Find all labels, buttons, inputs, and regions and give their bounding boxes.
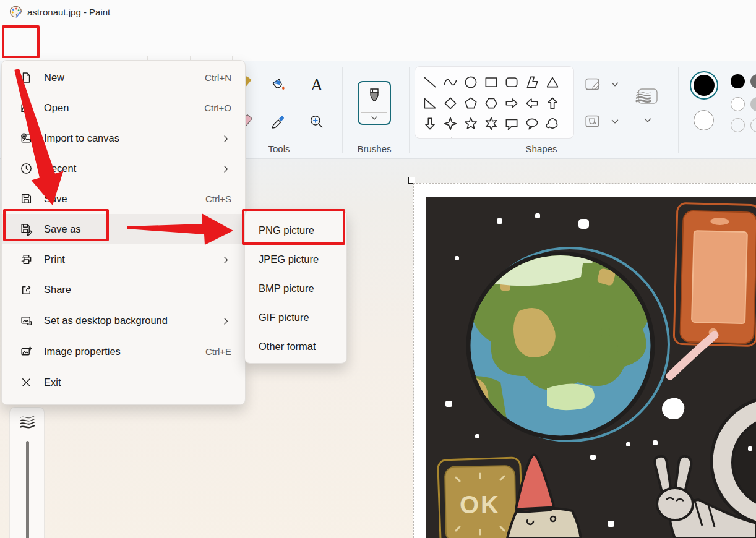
- menu-item-print[interactable]: Print: [2, 244, 245, 275]
- menu-item-open[interactable]: Open Ctrl+O: [2, 93, 245, 123]
- ok-text: OK: [460, 491, 500, 518]
- submenu-item-png[interactable]: PNG picture: [245, 216, 346, 245]
- palette-swatch-white[interactable]: [731, 97, 745, 111]
- menu-item-label: Print: [44, 254, 65, 265]
- palette-swatch-empty[interactable]: [750, 118, 756, 132]
- menu-item-new[interactable]: New Ctrl+N: [2, 62, 245, 93]
- shape-fill-icon[interactable]: [584, 113, 601, 130]
- submenu-item-other-format[interactable]: Other format: [245, 332, 346, 361]
- ribbon-separator: [342, 67, 343, 153]
- color1-swatch[interactable]: [690, 71, 718, 100]
- canvas[interactable]: OK: [413, 183, 756, 538]
- menu-item-label: Share: [44, 284, 71, 296]
- color1-value: [694, 75, 715, 96]
- chevron-right-icon: [223, 225, 229, 233]
- menu-item-label: Open: [44, 102, 69, 114]
- shape-hexagon-icon[interactable]: [483, 95, 499, 111]
- shape-arrow-up-icon[interactable]: [544, 95, 561, 111]
- chevron-down-icon[interactable]: [643, 117, 652, 123]
- shape-triangle-icon[interactable]: [544, 74, 561, 90]
- open-folder-icon: [19, 101, 33, 115]
- close-icon: [19, 376, 33, 390]
- submenu-item-bmp[interactable]: BMP picture: [245, 274, 346, 303]
- menu-item-label: New: [44, 72, 64, 83]
- submenu-item-jpeg[interactable]: JPEG picture: [245, 245, 346, 274]
- menu-item-set-as-desktop-background[interactable]: Set as desktop background: [2, 305, 245, 336]
- menu-item-import-to-canvas[interactable]: Import to canvas: [2, 123, 245, 153]
- submenu-item-gif[interactable]: GIF picture: [245, 303, 346, 332]
- shape-arrow-left-icon[interactable]: [524, 95, 540, 111]
- shape-thought-cloud-icon[interactable]: [544, 116, 561, 132]
- menu-item-image-properties[interactable]: Image properties Ctrl+E: [2, 336, 245, 367]
- palette-swatch-gray[interactable]: [750, 74, 756, 88]
- share-icon: [19, 283, 33, 297]
- menu-item-label: Image properties: [44, 346, 121, 357]
- shape-five-point-star-icon[interactable]: [463, 116, 479, 132]
- image-properties-icon: [19, 345, 33, 359]
- menu-item-exit[interactable]: Exit: [2, 367, 245, 398]
- palette-swatch-empty[interactable]: [731, 118, 745, 132]
- menu-item-save-as[interactable]: Save as: [2, 214, 245, 244]
- size-icon[interactable]: [635, 87, 659, 106]
- chevron-down-icon[interactable]: [611, 82, 619, 87]
- shape-right-triangle-icon[interactable]: [422, 95, 438, 111]
- shape-line-icon[interactable]: [422, 74, 438, 90]
- shape-heart-icon[interactable]: [422, 136, 438, 139]
- desktop-background-icon: [19, 314, 33, 328]
- astronaut-drawing: OK: [426, 197, 756, 538]
- chevron-down-icon[interactable]: [611, 119, 619, 124]
- size-slider[interactable]: [26, 441, 29, 538]
- ribbon-separator: [409, 67, 410, 153]
- shapes-section-label: Shapes: [522, 143, 561, 154]
- thickness-icon: [19, 415, 36, 432]
- palette-swatch-black[interactable]: [731, 74, 745, 88]
- title-bar: astronaut.jpg - Paint: [0, 0, 756, 25]
- magnifier-icon[interactable]: [308, 113, 325, 130]
- menu-item-shortcut: Ctrl+S: [205, 194, 231, 204]
- chevron-right-icon: [223, 134, 229, 142]
- shape-polygon-icon[interactable]: [524, 74, 540, 90]
- menu-bar: File Edit View: [0, 25, 756, 61]
- menu-item-label: Recent: [44, 163, 76, 174]
- tools-section-label: Tools: [260, 143, 298, 154]
- menu-item-share[interactable]: Share: [2, 275, 245, 305]
- size-slider-panel: [9, 407, 45, 538]
- palette-swatch-lightgray[interactable]: [750, 97, 756, 111]
- shape-six-point-star-icon[interactable]: [483, 116, 499, 132]
- shapes-gallery: [415, 66, 574, 139]
- chevron-down-icon[interactable]: [371, 116, 378, 121]
- shape-arrow-down-icon[interactable]: [422, 116, 438, 132]
- printer-icon: [19, 253, 33, 267]
- file-menu-dropdown: New Ctrl+N Open Ctrl+O Import to canvas …: [1, 60, 246, 405]
- shape-rounded-rectangle-icon[interactable]: [504, 74, 520, 90]
- shape-oval-bubble-icon[interactable]: [524, 116, 540, 132]
- shape-ellipse-icon[interactable]: [463, 74, 479, 90]
- shape-lightning-icon[interactable]: [442, 136, 458, 139]
- menu-item-shortcut: Ctrl+N: [205, 72, 231, 83]
- shape-diamond-icon[interactable]: [442, 95, 458, 111]
- fill-bucket-icon[interactable]: [270, 76, 287, 93]
- menu-item-shortcut: Ctrl+E: [205, 346, 231, 357]
- text-icon[interactable]: A: [308, 76, 325, 93]
- shape-four-point-star-icon[interactable]: [442, 116, 458, 132]
- brushes-button[interactable]: [358, 81, 391, 125]
- menu-item-label: Import to canvas: [44, 132, 119, 144]
- menu-item-label: Save as: [44, 223, 81, 235]
- tablet-drawing: [674, 203, 756, 346]
- chevron-right-icon: [223, 255, 229, 263]
- brush-icon: [365, 85, 384, 109]
- menu-item-label: Set as desktop background: [44, 315, 168, 327]
- shape-speech-bubble-icon[interactable]: [504, 116, 520, 132]
- shape-arrow-right-icon[interactable]: [504, 95, 520, 111]
- shape-pentagon-icon[interactable]: [463, 95, 479, 111]
- menu-item-recent[interactable]: Recent: [2, 153, 245, 184]
- shape-rectangle-icon[interactable]: [483, 74, 499, 90]
- import-image-icon: [19, 132, 33, 145]
- color2-swatch[interactable]: [694, 110, 714, 130]
- brushes-section-label: Brushes: [353, 143, 396, 154]
- menu-item-save[interactable]: Save Ctrl+S: [2, 184, 245, 214]
- shape-curve-icon[interactable]: [442, 74, 458, 90]
- shape-outline-icon[interactable]: [584, 75, 601, 93]
- ribbon-separator: [678, 67, 679, 153]
- eyedropper-icon[interactable]: [270, 113, 287, 130]
